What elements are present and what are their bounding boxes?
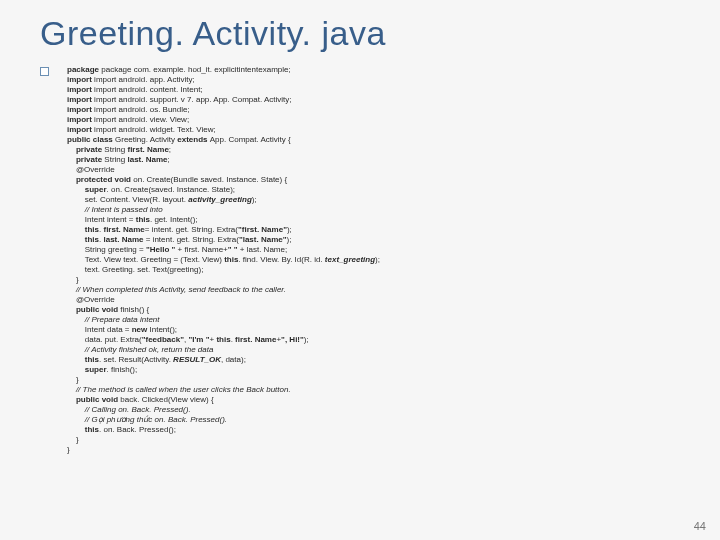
code-text: ); <box>304 335 309 344</box>
field-last: last. Name <box>127 155 167 164</box>
code-text: import android. os. Bundle; <box>94 105 190 114</box>
str-feedback: "feedback" <box>142 335 184 344</box>
kw-import: import <box>67 85 94 94</box>
str-hello: "Hello " <box>146 245 178 254</box>
code-text: Greeting. Activity <box>115 135 177 144</box>
kw-public-void: public void <box>67 395 120 404</box>
code-text: String <box>104 155 127 164</box>
code-text: finish() { <box>120 305 149 314</box>
kw-private: private <box>67 145 104 154</box>
code-text: @Override <box>67 295 115 304</box>
code-text: . on. Create(saved. Instance. State); <box>107 185 236 194</box>
str-im: "I'm " <box>188 335 209 344</box>
code-text: ); <box>252 195 257 204</box>
code-text: App. Compat. Activity { <box>210 135 291 144</box>
code-comment: // Prepare data intent <box>67 315 160 324</box>
field-first: first. Name <box>235 335 276 344</box>
code-comment: // Intent is passed into <box>67 205 163 214</box>
code-text: text. Greeting. set. Text(greeting); <box>67 265 203 274</box>
code-text: . on. Back. Pressed(); <box>99 425 176 434</box>
code-text: . get. Intent(); <box>150 215 198 224</box>
kw-this: this <box>67 235 99 244</box>
field-last: last. Name <box>103 235 145 244</box>
code-text: . finish(); <box>107 365 138 374</box>
kw-import: import <box>67 125 94 134</box>
code-text: , data); <box>221 355 246 364</box>
code-text: import android. support. v 7. app. App. … <box>94 95 291 104</box>
code-text: import android. view. View; <box>94 115 189 124</box>
kw-import: import <box>67 115 94 124</box>
code-text: + last. Name; <box>240 245 287 254</box>
code-comment: // Calling on. Back. Pressed(). <box>67 405 191 414</box>
code-comment: // The method is called when the user cl… <box>67 385 291 394</box>
content-row: package package com. example. hod_it. ex… <box>40 65 720 455</box>
kw-import: import <box>67 75 94 84</box>
code-text: } <box>67 445 70 454</box>
kw-import: import <box>67 95 94 104</box>
bullet-icon <box>40 67 49 76</box>
kw-this: this <box>67 425 99 434</box>
kw-package: package <box>67 65 101 74</box>
code-text: data. put. Extra( <box>67 335 142 344</box>
kw-public-void: public void <box>67 305 120 314</box>
code-text: ); <box>287 225 292 234</box>
code-text: } <box>67 275 79 284</box>
kw-this: this <box>67 355 99 364</box>
kw-protected-void: protected void <box>67 175 133 184</box>
kw-import: import <box>67 105 94 114</box>
kw-this: this <box>136 215 150 224</box>
field-first: first. Name <box>127 145 168 154</box>
code-text: package com. example. hod_it. explicitin… <box>101 65 290 74</box>
kw-super: super <box>67 365 107 374</box>
view-id: text_greeting <box>325 255 375 264</box>
code-text: Intent(); <box>150 325 178 334</box>
code-text: . set. Result(Activity. <box>99 355 173 364</box>
kw-this: this <box>67 225 99 234</box>
code-text: . find. View. By. Id(R. id. <box>238 255 324 264</box>
code-text: import android. app. Activity; <box>94 75 195 84</box>
code-text: Text. View text. Greeting = (Text. View) <box>67 255 224 264</box>
kw-this: this <box>224 255 238 264</box>
slide: Greeting. Activity. java package package… <box>0 0 720 540</box>
code-text: String greeting = <box>67 245 146 254</box>
page-title: Greeting. Activity. java <box>40 14 720 53</box>
kw-this: this <box>216 335 230 344</box>
code-text: = intent. get. String. Extra( <box>146 235 239 244</box>
str-last: "last. Name" <box>239 235 287 244</box>
code-comment: // When completed this Activity, send fe… <box>67 285 286 294</box>
code-text: Intent intent = <box>67 215 136 224</box>
code-text: set. Content. View(R. layout. <box>67 195 188 204</box>
code-text: String <box>104 145 127 154</box>
str-first: "first. Name" <box>238 225 287 234</box>
kw-public-class: public class <box>67 135 115 144</box>
code-text: } <box>67 375 79 384</box>
field-first: first. Name <box>103 225 144 234</box>
str-space: " " <box>228 245 240 254</box>
code-text: ); <box>286 235 291 244</box>
code-text: Intent data = <box>67 325 132 334</box>
code-text: ); <box>375 255 380 264</box>
code-text: = intent. get. String. Extra( <box>145 225 238 234</box>
code-text: on. Create(Bundle saved. Instance. State… <box>133 175 287 184</box>
const-result: RESULT_OK <box>173 355 221 364</box>
layout-id: activity_greeting <box>188 195 252 204</box>
kw-extends: extends <box>177 135 209 144</box>
code-comment: // Activity finished ok, return the data <box>67 345 213 354</box>
code-text: @Override <box>67 165 115 174</box>
kw-new: new <box>132 325 150 334</box>
code-text: } <box>67 435 79 444</box>
str-hi: ", Hi!" <box>281 335 304 344</box>
code-comment: // Gọi phương thức on. Back. Pressed(). <box>67 415 227 424</box>
code-block: package package com. example. hod_it. ex… <box>67 65 380 455</box>
page-number: 44 <box>694 520 706 532</box>
code-text: import android. content. Intent; <box>94 85 203 94</box>
kw-super: super <box>67 185 107 194</box>
code-text: back. Clicked(View view) { <box>120 395 213 404</box>
code-text: + first. Name+ <box>178 245 228 254</box>
kw-private: private <box>67 155 104 164</box>
code-text: import android. widget. Text. View; <box>94 125 216 134</box>
